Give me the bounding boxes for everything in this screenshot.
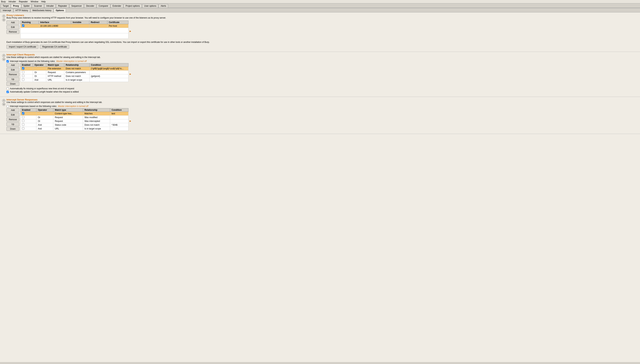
subtab-websockets-history[interactable]: WebSockets history (31, 8, 54, 12)
client-up-button[interactable]: Up (7, 77, 19, 81)
gear-icon-proxy[interactable]: ⚙ (2, 18, 6, 22)
cell-condition (110, 119, 128, 123)
intercept-server-checkbox-label: Intercept responses based on the followi… (10, 105, 57, 108)
proxy-edit-button[interactable]: Edit (7, 25, 19, 29)
tab-user-options[interactable]: User options (142, 4, 158, 8)
server-rule-enabled-checkbox-0[interactable] (22, 112, 24, 114)
cell-matchtype: URL (53, 127, 83, 131)
tab-comparer[interactable]: Comparer (97, 4, 110, 8)
col-running: Running (20, 21, 39, 24)
gear-icon-server[interactable]: ⚙ (2, 102, 6, 106)
intercept-client-master-checkbox[interactable] (7, 60, 9, 62)
rule-enabled-checkbox-3[interactable] (22, 78, 24, 81)
table-row (20, 33, 128, 39)
intercept-server-master-checkbox[interactable] (7, 105, 9, 108)
intercept-server-master-status: Master interception is turned off (58, 105, 88, 108)
expand-arrow-proxy[interactable]: ► (129, 30, 132, 32)
gear-icon-client[interactable]: ⚙ (2, 58, 6, 61)
server-edit-button[interactable]: Edit (7, 113, 19, 117)
proxy-remove-button[interactable]: Remove (7, 30, 19, 34)
table-row[interactable]: Or HTTP method Does not match (get|post) (20, 74, 128, 78)
client-down-button[interactable]: Down (7, 82, 19, 86)
auto-update-checkbox[interactable] (7, 91, 9, 93)
help-icon-client[interactable]: ? (2, 54, 6, 57)
proxy-listeners-section: ? ⚙ Proxy Listeners Burp Proxy uses list… (0, 12, 640, 52)
menu-burp[interactable]: Burp (1, 0, 6, 3)
server-remove-button[interactable]: Remove (7, 118, 19, 122)
table-row[interactable]: And URL Is in target scope (20, 127, 128, 131)
tab-target[interactable]: Target (1, 4, 11, 8)
intercept-client-section: ? ⚙ Intercept Client Requests Use these … (0, 52, 640, 97)
table-row[interactable]: Content type hea... Matches text (20, 112, 128, 116)
table-row[interactable]: Or Request Contains parameters (20, 70, 128, 74)
expand-arrow-server[interactable]: ► (129, 120, 132, 122)
expand-arrow-client[interactable]: ► (129, 72, 132, 76)
tab-sequencer[interactable]: Sequencer (69, 4, 84, 8)
help-icon-proxy[interactable]: ? (2, 14, 6, 18)
cell-enabled (20, 67, 33, 70)
col-operator-c: Operator (33, 63, 46, 67)
help-icon-server[interactable]: ? (2, 99, 6, 102)
ca-desc: Each installation of Burp generates its … (7, 41, 638, 44)
table-row[interactable]: And Status code Does not match ^304$ (20, 123, 128, 127)
tab-intruder[interactable]: Intruder (44, 4, 56, 8)
cell-matchtype: Content type hea... (53, 112, 83, 116)
regenerate-ca-button[interactable]: Regenerate CA certificate (40, 45, 69, 49)
client-edit-button[interactable]: Edit (7, 68, 19, 72)
col-invisible: Invisible (71, 21, 89, 24)
table-row[interactable]: Or Request Was intercepted (20, 119, 128, 123)
cell-condition (110, 127, 128, 131)
table-row[interactable]: Or Request Was modified (20, 116, 128, 119)
menu-help[interactable]: Help (41, 0, 46, 3)
rule-enabled-checkbox-0[interactable] (22, 67, 24, 70)
content-area: ? ⚙ Proxy Listeners Burp Proxy uses list… (0, 12, 640, 362)
cell-redirect (89, 24, 107, 28)
server-rule-enabled-checkbox-4[interactable] (22, 127, 24, 130)
main-tab-bar: Target Proxy Spider Scanner Intruder Rep… (0, 4, 640, 8)
intercept-server-section: ? ⚙ Intercept Server Responses Use these… (0, 97, 640, 134)
tab-scanner[interactable]: Scanner (32, 4, 44, 8)
cell-relationship: Does not match (64, 67, 89, 70)
running-checkbox[interactable] (22, 24, 24, 27)
table-row[interactable]: 10.100.100.1:8080 Per-host (20, 24, 128, 28)
cell-condition (89, 70, 128, 74)
table-row[interactable]: And URL Is in target scope (20, 78, 128, 82)
auto-fix-checkbox[interactable] (7, 88, 9, 90)
proxy-listeners-title: Proxy Listeners (7, 14, 638, 16)
tab-decoder[interactable]: Decoder (84, 4, 96, 8)
tab-alerts[interactable]: Alerts (159, 4, 168, 8)
cell-condition (89, 78, 128, 82)
cell-matchtype: URL (46, 78, 64, 82)
col-redirect: Redirect (89, 21, 107, 24)
server-rule-enabled-checkbox-3[interactable] (22, 124, 24, 126)
col-operator-s: Operator (36, 108, 53, 112)
server-rule-enabled-checkbox-1[interactable] (22, 116, 24, 118)
server-up-button[interactable]: Up (7, 122, 19, 126)
cell-operator: Or (33, 74, 46, 78)
tab-extender[interactable]: Extender (111, 4, 123, 8)
tab-proxy[interactable]: Proxy (11, 4, 21, 8)
tab-repeater[interactable]: Repeater (56, 4, 69, 8)
client-remove-button[interactable]: Remove (7, 72, 19, 76)
cell-condition (110, 116, 128, 119)
menu-intruder[interactable]: Intruder (9, 0, 16, 3)
tab-spider[interactable]: Spider (22, 4, 32, 8)
rule-enabled-checkbox-2[interactable] (22, 75, 24, 77)
rule-enabled-checkbox-1[interactable] (22, 71, 24, 73)
server-add-button[interactable]: Add (7, 108, 19, 112)
cell-interface: 10.100.100.1:8080 (39, 24, 71, 28)
server-down-button[interactable]: Down (7, 127, 19, 131)
subtab-options[interactable]: Options (54, 8, 66, 12)
subtab-http-history[interactable]: HTTP history (14, 8, 30, 12)
menu-window[interactable]: Window (31, 0, 38, 3)
menu-repeater[interactable]: Repeater (19, 0, 28, 3)
server-rule-enabled-checkbox-2[interactable] (22, 120, 24, 122)
subtab-intercept[interactable]: Intercept (1, 8, 13, 12)
proxy-add-button[interactable]: Add (7, 20, 19, 24)
col-condition-s: Condition (110, 108, 128, 112)
table-row[interactable]: File extension Does not match (^gif$|^jp… (20, 67, 128, 70)
tab-project-options[interactable]: Project options (124, 4, 142, 8)
import-export-ca-button[interactable]: Import / export CA certificate (7, 45, 38, 49)
client-add-button[interactable]: Add (7, 63, 19, 67)
proxy-listeners-table-wrapper: Running Interface Invisible Redirect Cer… (20, 20, 128, 39)
